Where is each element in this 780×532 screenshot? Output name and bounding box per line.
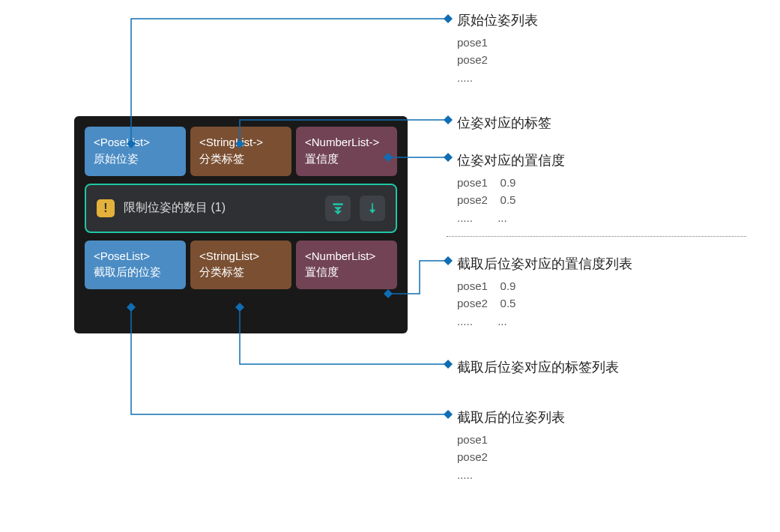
annotation-line: ..... ... — [457, 209, 565, 226]
annotation-line: ..... — [457, 466, 565, 483]
port-type: <NumberList> — [305, 248, 388, 265]
svg-marker-8 — [444, 256, 453, 265]
port-label: 分类标签 — [199, 151, 282, 167]
annotation-title: 原始位姿列表 — [457, 11, 538, 29]
node-panel: <PoseList> 原始位姿 <StringList-> 分类标签 <Numb… — [74, 116, 408, 333]
warning-icon: ! — [97, 199, 115, 217]
annotation-line: pose1 — [457, 34, 538, 51]
port-type: <PoseList> — [94, 248, 177, 265]
annotation-title: 截取后位姿对应的置信度列表 — [457, 255, 632, 273]
svg-marker-6 — [444, 153, 453, 162]
annotation-line: pose1 — [457, 431, 565, 448]
port-type: <StringList-> — [199, 134, 282, 151]
input-port-stringlist[interactable]: <StringList-> 分类标签 — [190, 127, 291, 176]
annotation-output-label: 截取后位姿对应的标签列表 — [457, 358, 619, 381]
port-label: 分类标签 — [199, 264, 282, 280]
separator-line — [447, 236, 746, 237]
port-label: 截取后的位姿 — [94, 264, 177, 280]
annotation-line: pose2 0.5 — [457, 294, 632, 312]
svg-rect-0 — [333, 203, 342, 205]
annotation-line: ..... — [457, 69, 538, 86]
svg-marker-2 — [444, 14, 453, 23]
input-port-row: <PoseList> 原始位姿 <StringList-> 分类标签 <Numb… — [85, 127, 397, 176]
annotation-input-pose: 原始位姿列表 pose1 pose2 ..... — [457, 11, 538, 86]
annotation-line: pose2 — [457, 448, 565, 465]
annotation-title: 位姿对应的标签 — [457, 114, 551, 132]
port-type: <PoseList> — [94, 134, 177, 151]
annotation-line: pose2 0.5 — [457, 191, 565, 208]
annotation-input-conf: 位姿对应的置信度 pose1 0.9 pose2 0.5 ..... ... — [457, 151, 565, 226]
step-label: 限制位姿的数目 (1) — [124, 200, 316, 216]
annotation-title: 位姿对应的置信度 — [457, 151, 565, 169]
annotation-title: 截取后的位姿列表 — [457, 408, 565, 426]
svg-marker-10 — [444, 360, 453, 369]
port-type: <StringList> — [199, 248, 282, 265]
annotation-line: pose1 0.9 — [457, 174, 565, 191]
step-bar[interactable]: ! 限制位姿的数目 (1) — [85, 184, 397, 233]
annotation-line: ..... ... — [457, 312, 632, 330]
annotation-output-pose: 截取后的位姿列表 pose1 pose2 ..... — [457, 408, 565, 483]
port-label: 原始位姿 — [94, 151, 177, 167]
expand-down-icon[interactable] — [325, 196, 351, 221]
output-port-numberlist[interactable]: <NumberList> 置信度 — [296, 241, 397, 290]
annotation-line: pose1 0.9 — [457, 277, 632, 294]
port-label: 置信度 — [305, 264, 388, 280]
output-port-poselist[interactable]: <PoseList> 截取后的位姿 — [85, 241, 186, 290]
input-port-numberlist[interactable]: <NumberList-> 置信度 — [296, 127, 397, 176]
svg-marker-12 — [444, 410, 453, 419]
annotation-title: 截取后位姿对应的标签列表 — [457, 358, 619, 376]
port-type: <NumberList-> — [305, 134, 388, 151]
annotation-line: pose2 — [457, 51, 538, 68]
arrow-down-icon[interactable] — [360, 196, 385, 221]
input-port-poselist[interactable]: <PoseList> 原始位姿 — [85, 127, 186, 176]
annotation-input-label: 位姿对应的标签 — [457, 114, 551, 136]
port-label: 置信度 — [305, 151, 388, 167]
output-port-row: <PoseList> 截取后的位姿 <StringList> 分类标签 <Num… — [85, 241, 397, 290]
svg-marker-4 — [444, 115, 453, 124]
annotation-output-conf: 截取后位姿对应的置信度列表 pose1 0.9 pose2 0.5 ..... … — [457, 255, 632, 330]
output-port-stringlist[interactable]: <StringList> 分类标签 — [190, 241, 291, 290]
